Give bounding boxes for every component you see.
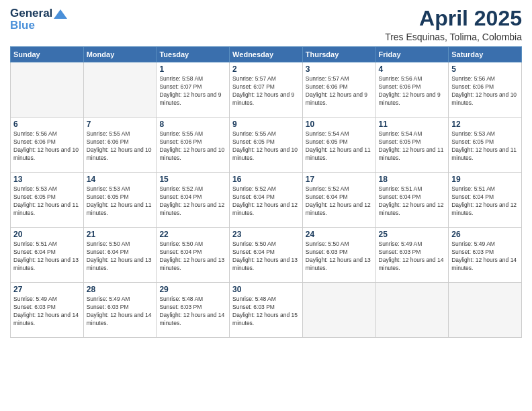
day-info: Sunrise: 5:53 AM Sunset: 6:05 PM Dayligh… xyxy=(451,130,519,163)
day-info: Sunrise: 5:55 AM Sunset: 6:06 PM Dayligh… xyxy=(159,130,226,163)
calendar-cell: 5Sunrise: 5:56 AM Sunset: 6:06 PM Daylig… xyxy=(449,62,522,118)
calendar-cell xyxy=(302,283,375,338)
calendar-cell: 10Sunrise: 5:54 AM Sunset: 6:05 PM Dayli… xyxy=(302,118,375,173)
title-block: April 2025 Tres Esquinas, Tolima, Colomb… xyxy=(385,7,522,42)
day-info: Sunrise: 5:57 AM Sunset: 6:07 PM Dayligh… xyxy=(232,75,300,107)
calendar-cell: 20Sunrise: 5:51 AM Sunset: 6:04 PM Dayli… xyxy=(11,228,84,283)
day-info: Sunrise: 5:51 AM Sunset: 6:04 PM Dayligh… xyxy=(379,185,446,218)
calendar-cell xyxy=(375,283,449,338)
day-info: Sunrise: 5:54 AM Sunset: 6:05 PM Dayligh… xyxy=(306,130,373,163)
calendar-cell xyxy=(11,62,84,118)
day-number: 19 xyxy=(451,175,519,184)
day-info: Sunrise: 5:58 AM Sunset: 6:07 PM Dayligh… xyxy=(159,75,226,107)
day-info: Sunrise: 5:50 AM Sunset: 6:04 PM Dayligh… xyxy=(232,240,300,273)
day-header-friday: Friday xyxy=(375,47,449,62)
day-number: 2 xyxy=(232,64,300,74)
day-info: Sunrise: 5:48 AM Sunset: 6:03 PM Dayligh… xyxy=(159,295,226,328)
calendar-cell: 2Sunrise: 5:57 AM Sunset: 6:07 PM Daylig… xyxy=(230,62,303,118)
calendar-header-row: SundayMondayTuesdayWednesdayThursdayFrid… xyxy=(11,47,522,62)
calendar-cell: 21Sunrise: 5:50 AM Sunset: 6:04 PM Dayli… xyxy=(83,228,157,283)
calendar-cell xyxy=(83,62,157,118)
day-number: 22 xyxy=(159,230,226,239)
calendar-cell: 16Sunrise: 5:52 AM Sunset: 6:04 PM Dayli… xyxy=(230,173,303,228)
day-info: Sunrise: 5:51 AM Sunset: 6:04 PM Dayligh… xyxy=(451,185,519,218)
day-info: Sunrise: 5:55 AM Sunset: 6:05 PM Dayligh… xyxy=(232,130,300,163)
calendar-cell: 6Sunrise: 5:56 AM Sunset: 6:06 PM Daylig… xyxy=(11,118,84,173)
day-header-tuesday: Tuesday xyxy=(157,47,230,62)
calendar-cell: 18Sunrise: 5:51 AM Sunset: 6:04 PM Dayli… xyxy=(375,173,449,228)
calendar-cell: 13Sunrise: 5:53 AM Sunset: 6:05 PM Dayli… xyxy=(11,173,84,228)
location-title: Tres Esquinas, Tolima, Colombia xyxy=(385,32,522,42)
day-number: 6 xyxy=(13,120,81,129)
logo-icon xyxy=(54,9,67,19)
day-info: Sunrise: 5:50 AM Sunset: 6:04 PM Dayligh… xyxy=(87,240,154,273)
day-info: Sunrise: 5:56 AM Sunset: 6:06 PM Dayligh… xyxy=(379,75,446,107)
day-info: Sunrise: 5:52 AM Sunset: 6:04 PM Dayligh… xyxy=(306,185,373,218)
calendar-cell: 30Sunrise: 5:48 AM Sunset: 6:03 PM Dayli… xyxy=(230,283,303,338)
calendar-cell: 7Sunrise: 5:55 AM Sunset: 6:06 PM Daylig… xyxy=(83,118,157,173)
logo-blue: Blue xyxy=(10,19,67,32)
calendar-cell: 14Sunrise: 5:53 AM Sunset: 6:05 PM Dayli… xyxy=(83,173,157,228)
calendar: SundayMondayTuesdayWednesdayThursdayFrid… xyxy=(10,46,522,338)
calendar-cell: 27Sunrise: 5:49 AM Sunset: 6:03 PM Dayli… xyxy=(11,283,84,338)
logo-text: General xyxy=(10,7,67,20)
month-title: April 2025 xyxy=(385,7,522,30)
calendar-cell: 23Sunrise: 5:50 AM Sunset: 6:04 PM Dayli… xyxy=(230,228,303,283)
calendar-cell: 3Sunrise: 5:57 AM Sunset: 6:06 PM Daylig… xyxy=(302,62,375,118)
calendar-cell: 11Sunrise: 5:54 AM Sunset: 6:05 PM Dayli… xyxy=(375,118,449,173)
day-number: 9 xyxy=(232,120,300,129)
day-info: Sunrise: 5:53 AM Sunset: 6:05 PM Dayligh… xyxy=(13,185,81,218)
day-info: Sunrise: 5:52 AM Sunset: 6:04 PM Dayligh… xyxy=(232,185,300,218)
day-number: 7 xyxy=(87,120,154,129)
calendar-cell: 8Sunrise: 5:55 AM Sunset: 6:06 PM Daylig… xyxy=(157,118,230,173)
day-number: 21 xyxy=(87,230,154,239)
day-info: Sunrise: 5:56 AM Sunset: 6:06 PM Dayligh… xyxy=(451,75,519,107)
week-row-3: 13Sunrise: 5:53 AM Sunset: 6:05 PM Dayli… xyxy=(11,173,522,228)
day-info: Sunrise: 5:55 AM Sunset: 6:06 PM Dayligh… xyxy=(87,130,154,163)
day-number: 10 xyxy=(306,120,373,129)
calendar-cell: 17Sunrise: 5:52 AM Sunset: 6:04 PM Dayli… xyxy=(302,173,375,228)
week-row-5: 27Sunrise: 5:49 AM Sunset: 6:03 PM Dayli… xyxy=(11,283,522,338)
day-header-sunday: Sunday xyxy=(11,47,84,62)
calendar-cell: 22Sunrise: 5:50 AM Sunset: 6:04 PM Dayli… xyxy=(157,228,230,283)
day-info: Sunrise: 5:50 AM Sunset: 6:04 PM Dayligh… xyxy=(159,240,226,273)
calendar-cell xyxy=(449,283,522,338)
day-number: 24 xyxy=(306,230,373,239)
day-number: 18 xyxy=(379,175,446,184)
day-number: 16 xyxy=(232,175,300,184)
calendar-cell: 28Sunrise: 5:49 AM Sunset: 6:03 PM Dayli… xyxy=(83,283,157,338)
day-header-saturday: Saturday xyxy=(449,47,522,62)
day-number: 1 xyxy=(159,64,226,74)
day-number: 15 xyxy=(159,175,226,184)
day-header-thursday: Thursday xyxy=(302,47,375,62)
day-info: Sunrise: 5:49 AM Sunset: 6:03 PM Dayligh… xyxy=(379,240,446,273)
day-info: Sunrise: 5:48 AM Sunset: 6:03 PM Dayligh… xyxy=(232,295,300,328)
day-number: 12 xyxy=(451,120,519,129)
day-number: 26 xyxy=(451,230,519,239)
day-info: Sunrise: 5:52 AM Sunset: 6:04 PM Dayligh… xyxy=(159,185,226,218)
day-header-wednesday: Wednesday xyxy=(230,47,303,62)
day-number: 5 xyxy=(451,64,519,74)
calendar-cell: 4Sunrise: 5:56 AM Sunset: 6:06 PM Daylig… xyxy=(375,62,449,118)
calendar-cell: 19Sunrise: 5:51 AM Sunset: 6:04 PM Dayli… xyxy=(449,173,522,228)
header: General Blue April 2025 Tres Esquinas, T… xyxy=(10,7,522,42)
day-number: 8 xyxy=(159,120,226,129)
day-number: 30 xyxy=(232,285,300,294)
week-row-1: 1Sunrise: 5:58 AM Sunset: 6:07 PM Daylig… xyxy=(11,62,522,118)
logo: General Blue xyxy=(10,7,67,32)
day-info: Sunrise: 5:49 AM Sunset: 6:03 PM Dayligh… xyxy=(451,240,519,273)
day-info: Sunrise: 5:53 AM Sunset: 6:05 PM Dayligh… xyxy=(87,185,154,218)
day-info: Sunrise: 5:50 AM Sunset: 6:03 PM Dayligh… xyxy=(306,240,373,273)
day-number: 4 xyxy=(379,64,446,74)
day-info: Sunrise: 5:54 AM Sunset: 6:05 PM Dayligh… xyxy=(379,130,446,163)
page: General Blue April 2025 Tres Esquinas, T… xyxy=(0,0,532,411)
svg-marker-0 xyxy=(54,9,67,19)
day-number: 27 xyxy=(13,285,81,294)
calendar-cell: 26Sunrise: 5:49 AM Sunset: 6:03 PM Dayli… xyxy=(449,228,522,283)
calendar-cell: 15Sunrise: 5:52 AM Sunset: 6:04 PM Dayli… xyxy=(157,173,230,228)
day-number: 3 xyxy=(306,64,373,74)
day-info: Sunrise: 5:49 AM Sunset: 6:03 PM Dayligh… xyxy=(87,295,154,328)
day-number: 17 xyxy=(306,175,373,184)
day-info: Sunrise: 5:57 AM Sunset: 6:06 PM Dayligh… xyxy=(306,75,373,107)
day-info: Sunrise: 5:51 AM Sunset: 6:04 PM Dayligh… xyxy=(13,240,81,273)
